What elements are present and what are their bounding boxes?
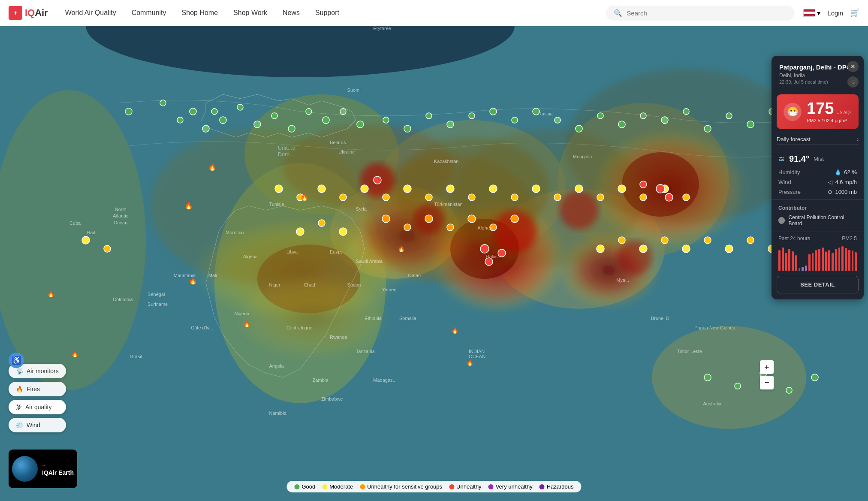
nav-news[interactable]: News [283, 9, 300, 17]
nav-world-air-quality[interactable]: World Air Quality [65, 9, 116, 17]
map-label-angola: Angola [269, 363, 283, 368]
legend-unhealthy-dot [449, 484, 454, 489]
login-button[interactable]: Login [827, 9, 843, 17]
map-label-tanzania: Tanzania [356, 349, 375, 354]
air-quality-button[interactable]: 🌫 Air quality [9, 400, 66, 414]
fires-button[interactable]: 🔥 Fires [9, 382, 66, 396]
weather-stats: Humidity 💧 62 % Wind ◁ 4.6 mp/h [778, 169, 857, 195]
svg-point-12 [592, 129, 746, 249]
panel-close-button[interactable]: ✕ [847, 61, 859, 72]
station-time: 22:30, Jul 5 (local time) [779, 79, 856, 85]
search-box[interactable]: 🔍 [606, 6, 795, 21]
station-name: Patparganj, Delhi - DPCC [779, 63, 856, 71]
svg-point-88 [640, 194, 647, 201]
map-label-myanmar: Mya... [616, 278, 629, 283]
svg-point-2 [244, 94, 399, 214]
earth-widget-label: IQAir Earth [42, 469, 74, 476]
svg-point-115 [656, 184, 665, 193]
wind-stat-label: Wind [778, 179, 791, 185]
air-quality-label: Air quality [25, 404, 51, 410]
forecast-link[interactable]: Daily forecast › [777, 134, 859, 145]
svg-point-49 [469, 113, 475, 119]
panel-header: ✕ ♡ Patparganj, Delhi - DPCC Delhi, Indi… [772, 56, 864, 89]
pressure-label: Pressure [778, 189, 801, 195]
earth-widget[interactable]: + IQAir Earth [9, 450, 77, 488]
map-label-senegal: Sénégal [148, 292, 165, 297]
svg-point-62 [747, 121, 754, 128]
map-container[interactable]: 🔥 🔥 🔥 🔥 🔥 🔥 🔥 🔥 🔥 🔥 Russia NorthAtlantic… [0, 26, 868, 501]
legend-hazardous-dot [539, 484, 545, 489]
svg-point-117 [640, 181, 647, 188]
fires-icon: 🔥 [16, 386, 23, 392]
svg-point-60 [704, 125, 711, 132]
svg-point-92 [318, 220, 325, 226]
svg-point-83 [532, 185, 540, 193]
legend: Good Moderate Unhealthy for sensitive gr… [286, 481, 581, 492]
legend-unhealthy-label: Unhealthy [456, 483, 482, 490]
svg-point-114 [485, 258, 493, 266]
nav-shop-home[interactable]: Shop Home [182, 9, 218, 17]
air-monitors-icon: 📡 [16, 368, 23, 374]
svg-point-110 [490, 224, 497, 231]
nav-support[interactable]: Support [315, 9, 339, 17]
wind-icon: 💨 [16, 422, 23, 429]
pressure-value: ⊙ 1000 mb [828, 189, 857, 195]
svg-text:🔥: 🔥 [451, 327, 459, 334]
svg-point-111 [511, 215, 518, 223]
legend-moderate-dot [322, 484, 327, 489]
svg-point-77 [404, 185, 411, 193]
svg-point-99 [704, 237, 711, 244]
svg-point-19 [558, 232, 660, 309]
svg-point-87 [618, 185, 626, 193]
accessibility-button[interactable]: ♿ [9, 353, 24, 368]
pressure-number: 1000 mb [835, 189, 857, 195]
nav-community[interactable]: Community [132, 9, 166, 17]
see-detail-button[interactable]: SEE DETAIL [777, 276, 859, 293]
chart-bar [838, 247, 841, 271]
search-icon: 🔍 [614, 9, 622, 17]
svg-point-75 [361, 185, 368, 193]
svg-point-50 [490, 108, 497, 115]
svg-point-81 [489, 185, 497, 193]
map-label-madagascar: Madagas... [373, 377, 396, 383]
zoom-out-button[interactable]: − [760, 376, 774, 389]
map-label-cote-ivoire: Côte d'Iv... [191, 325, 213, 330]
panel-favorite-button[interactable]: ♡ [847, 76, 859, 88]
cart-icon[interactable]: 🛒 [850, 8, 859, 18]
map-label-afghanistan: Afghani... [477, 225, 497, 230]
svg-point-45 [383, 117, 389, 123]
logo[interactable]: + IQAir [9, 6, 48, 20]
svg-point-86 [597, 194, 604, 201]
svg-point-93 [339, 228, 347, 235]
svg-point-27 [493, 210, 536, 253]
svg-text:🔥: 🔥 [208, 163, 217, 171]
map-label-nigeria: Nigeria [234, 311, 249, 316]
search-input[interactable] [627, 9, 787, 17]
svg-point-97 [661, 237, 668, 244]
chart-bar [828, 250, 830, 271]
chart-bars [778, 245, 857, 271]
flag-button[interactable]: ▾ [803, 9, 820, 17]
wind-stat-icon: ◁ [828, 179, 832, 185]
legend-moderate: Moderate [322, 483, 353, 490]
map-label-cuba: Cuba [69, 220, 81, 226]
map-label-libya: Libya [286, 249, 298, 254]
svg-point-80 [468, 194, 475, 201]
navbar: + IQAir World Air Quality Community Shop… [0, 0, 868, 26]
legend-unhealthy: Unhealthy [449, 483, 482, 490]
aqi-unit: US AQI [836, 110, 850, 115]
wind-button[interactable]: 💨 Wind [9, 418, 66, 432]
svg-point-32 [190, 108, 196, 115]
contributor-name: Central Pollution Control Board [778, 214, 857, 226]
svg-point-73 [318, 185, 326, 193]
svg-point-89 [661, 185, 669, 193]
map-label-brunei: Brunei D [651, 316, 669, 321]
zoom-in-button[interactable]: + [760, 360, 774, 374]
svg-text:🔥: 🔥 [71, 350, 79, 358]
svg-point-21 [365, 154, 536, 283]
svg-point-95 [618, 237, 625, 244]
svg-point-100 [725, 245, 733, 253]
nav-shop-work[interactable]: Shop Work [233, 9, 267, 17]
legend-good-dot [294, 484, 299, 489]
svg-point-52 [533, 108, 539, 115]
